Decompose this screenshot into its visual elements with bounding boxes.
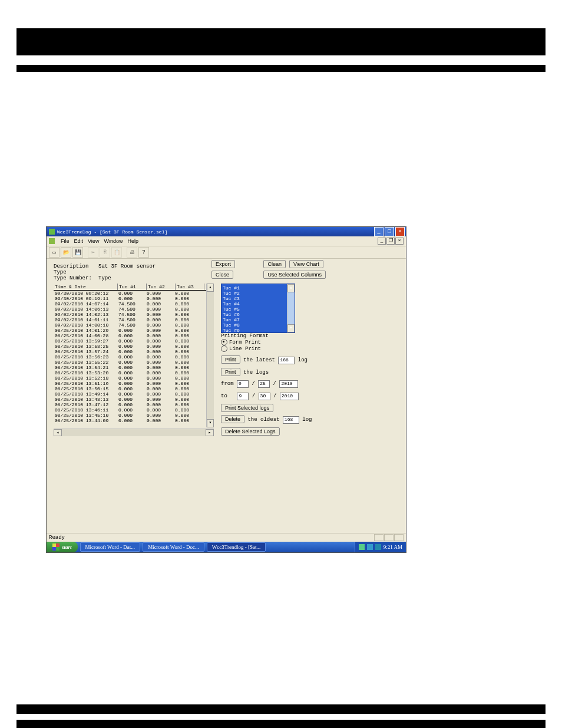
table-row[interactable]: 08/25/2010 13:58:250.0000.0000.000: [54, 344, 214, 349]
scroll-down-icon[interactable]: ▾: [207, 419, 214, 427]
to-day-input[interactable]: 30: [259, 393, 270, 400]
clean-button[interactable]: Clean: [263, 260, 286, 268]
maximize-button[interactable]: □: [385, 227, 394, 236]
close-button[interactable]: ×: [395, 227, 405, 236]
list-scroll-down-icon[interactable]: ▾: [287, 324, 295, 332]
table-row[interactable]: 08/25/2010 13:55:220.0000.0000.000: [54, 360, 214, 365]
column-header[interactable]: Tuc #1: [118, 284, 147, 290]
print-icon[interactable]: 🖶: [127, 247, 137, 258]
column-header[interactable]: Tuc #3: [176, 284, 204, 290]
listbox-scrollbar[interactable]: ▴ ▾: [287, 284, 295, 332]
menu-view[interactable]: View: [88, 238, 99, 244]
column-header[interactable]: Tuc #2: [147, 284, 176, 290]
table-row[interactable]: 08/25/2010 13:51:160.0000.0000.000: [54, 381, 214, 386]
use-selected-columns-button[interactable]: Use Selected Columns: [263, 271, 326, 279]
menu-file[interactable]: File: [61, 238, 70, 244]
table-row[interactable]: 08/25/2010 13:49:140.0000.0000.000: [54, 391, 214, 397]
list-item[interactable]: Tuc #3: [223, 296, 293, 301]
delete-selected-logs-button[interactable]: Delete Selected Logs: [221, 427, 280, 436]
table-row[interactable]: 09/30/2010 09:20:120.0000.0000.000: [54, 291, 214, 296]
taskbar-item[interactable]: Microsoft Word - Doc...: [143, 542, 204, 552]
view-chart-button[interactable]: View Chart: [289, 260, 323, 268]
print-latest-button[interactable]: Print: [221, 355, 240, 364]
table-row[interactable]: 08/25/2010 13:47:120.0000.0000.000: [54, 402, 214, 407]
table-row[interactable]: 08/25/2010 13:48:130.0000.0000.000: [54, 397, 214, 402]
table-cell: 74.500: [117, 312, 146, 317]
open-icon[interactable]: 📂: [61, 247, 71, 258]
to-month-input[interactable]: 9: [237, 393, 249, 400]
mdi-minimize-button[interactable]: _: [378, 238, 386, 245]
to-year-input[interactable]: 2010: [280, 393, 299, 400]
table-row[interactable]: 08/25/2010 13:56:230.0000.0000.000: [54, 354, 214, 360]
list-scroll-up-icon[interactable]: ▴: [287, 284, 295, 292]
table-horizontal-scrollbar[interactable]: ◂ ▸: [54, 429, 214, 436]
table-row[interactable]: 09/02/2010 14:07:1474.5000.0000.000: [54, 301, 214, 307]
tray-icon-3[interactable]: [375, 544, 381, 550]
table-row[interactable]: 08/25/2010 13:54:210.0000.0000.000: [54, 365, 214, 370]
list-item[interactable]: Tuc #7: [223, 317, 293, 322]
cut-icon[interactable]: ✂: [88, 247, 98, 258]
list-item[interactable]: Tuc #8: [223, 322, 293, 328]
table-row[interactable]: 09/02/2010 14:01:1174.5000.0000.000: [54, 317, 214, 322]
table-row[interactable]: 08/25/2010 14:00:280.0000.0000.000: [54, 333, 214, 338]
taskbar-item[interactable]: Wcc3Trendlog - [Sat...: [207, 542, 266, 552]
copy-icon[interactable]: ⎘: [100, 247, 110, 258]
tray-icon-1[interactable]: [359, 544, 365, 550]
export-button[interactable]: Export: [211, 260, 235, 268]
list-item[interactable]: Tuc #6: [223, 312, 293, 317]
table-row[interactable]: 08/25/2010 13:46:110.0000.0000.000: [54, 407, 214, 413]
table-cell: 0.000: [117, 328, 146, 333]
list-item[interactable]: Tuc #9: [223, 328, 293, 333]
mdi-restore-button[interactable]: ❐: [386, 238, 395, 245]
scroll-up-icon[interactable]: ▴: [207, 284, 214, 292]
form-print-radio[interactable]: [221, 339, 227, 345]
table-row[interactable]: 08/25/2010 13:57:240.0000.0000.000: [54, 349, 214, 354]
table-row[interactable]: 08/25/2010 13:59:270.0000.0000.000: [54, 338, 214, 344]
table-vertical-scrollbar[interactable]: ▴ ▾: [206, 284, 214, 427]
menu-help[interactable]: Help: [127, 238, 138, 244]
latest-count-input[interactable]: 168: [278, 357, 295, 364]
minimize-button[interactable]: _: [374, 227, 384, 236]
from-day-input[interactable]: 25: [258, 380, 270, 388]
table-cell: 0.000: [117, 344, 146, 349]
taskbar-item[interactable]: Microsoft Word - Dat...: [80, 542, 141, 552]
print-logs-button[interactable]: Print: [221, 368, 240, 376]
table-row[interactable]: 08/25/2010 14:01:290.0000.0000.000: [54, 328, 214, 333]
table-row[interactable]: 08/25/2010 13:44:090.0000.0000.000: [54, 418, 214, 423]
table-row[interactable]: 08/25/2010 13:50:150.0000.0000.000: [54, 386, 214, 391]
print-panel: Printing Format Form Print Line Print Pr…: [221, 333, 362, 440]
tray-icon-2[interactable]: [367, 544, 373, 550]
table-row[interactable]: 09/02/2010 14:02:1374.5000.0000.000: [54, 312, 214, 317]
save-icon[interactable]: 💾: [72, 247, 83, 258]
list-item[interactable]: Tuc #4: [223, 301, 293, 307]
list-item[interactable]: Tuc #1: [223, 285, 293, 291]
scroll-right-icon[interactable]: ▸: [206, 429, 214, 436]
table-cell: 0.000: [146, 296, 174, 301]
print-selected-logs-button[interactable]: Print Selected logs: [221, 404, 273, 412]
line-print-radio[interactable]: [221, 345, 227, 352]
from-year-input[interactable]: 2010: [279, 380, 298, 388]
menu-window[interactable]: Window: [104, 238, 123, 244]
new-icon[interactable]: ▭: [49, 247, 59, 258]
table-row[interactable]: 08/25/2010 13:53:200.0000.0000.000: [54, 370, 214, 375]
table-row[interactable]: 09/02/2010 14:00:1074.5000.0000.000: [54, 322, 214, 328]
help-icon[interactable]: ?: [138, 247, 149, 258]
mdi-close-button[interactable]: ×: [395, 238, 404, 245]
scroll-left-icon[interactable]: ◂: [54, 429, 62, 436]
paste-icon[interactable]: 📋: [111, 247, 122, 258]
table-row[interactable]: 08/25/2010 13:52:180.0000.0000.000: [54, 375, 214, 381]
close-form-button[interactable]: Close: [211, 271, 233, 279]
column-header[interactable]: Time & Date: [54, 284, 118, 290]
table-row[interactable]: 09/30/2010 09:19:110.0000.0000.000: [54, 296, 214, 301]
menu-edit[interactable]: Edit: [74, 238, 84, 244]
start-button[interactable]: start: [47, 542, 78, 552]
table-row[interactable]: 08/25/2010 13:45:100.0000.0000.000: [54, 413, 214, 418]
oldest-count-input[interactable]: 168: [283, 416, 299, 424]
table-row[interactable]: 09/02/2010 14:06:1374.5000.0000.000: [54, 307, 214, 312]
delete-button[interactable]: Delete: [221, 415, 244, 423]
list-item[interactable]: Tuc #5: [223, 307, 293, 312]
list-item[interactable]: Tuc #2: [223, 291, 293, 296]
from-month-input[interactable]: 9: [237, 380, 249, 388]
table-cell: 0.000: [117, 338, 146, 344]
tuc-listbox[interactable]: Tuc #1Tuc #2Tuc #3Tuc #4Tuc #5Tuc #6Tuc …: [221, 284, 295, 333]
